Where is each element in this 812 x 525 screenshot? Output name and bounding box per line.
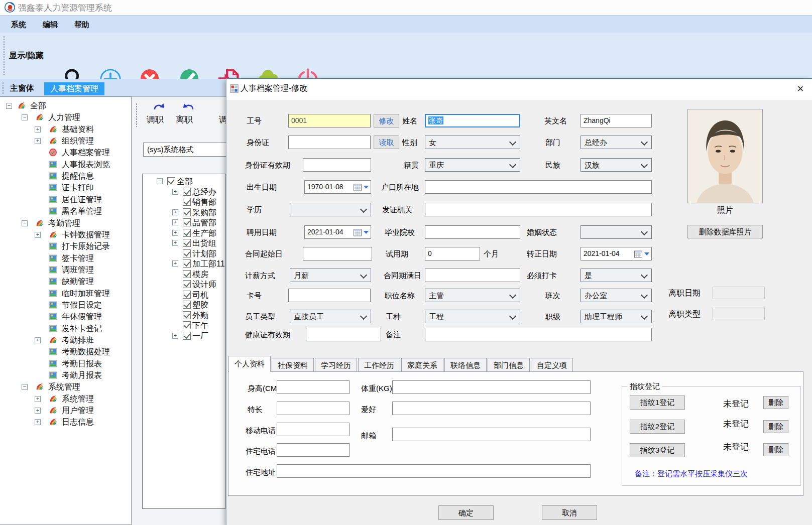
tree-expander[interactable]: + <box>35 419 41 425</box>
detail-tab-5[interactable]: 联络信息 <box>444 358 487 372</box>
nav-item[interactable]: 节假日设定 <box>0 300 131 311</box>
toolbar-grip[interactable] <box>3 36 5 76</box>
home-phone-input[interactable] <box>277 443 350 457</box>
tree-expander[interactable]: + <box>172 189 178 195</box>
fingerprint-2-register-button[interactable]: 指纹2登记 <box>630 420 685 434</box>
checkbox[interactable] <box>183 270 191 278</box>
dept-tree-item[interactable]: 下午 <box>143 321 225 331</box>
nav-item[interactable]: +基础资料 <box>0 124 131 136</box>
checkbox[interactable] <box>183 208 191 216</box>
mdi-tab-0[interactable]: 主窗体 <box>10 79 34 97</box>
height-input[interactable] <box>277 380 350 394</box>
nav-item[interactable]: 人事报表浏览 <box>0 159 131 171</box>
marriage-select[interactable] <box>581 225 652 239</box>
home-addr-input[interactable] <box>277 464 591 478</box>
dept-toolbar-grip[interactable] <box>136 103 138 127</box>
en-name-input[interactable]: ZhangQi <box>581 114 652 127</box>
dept-tree-item[interactable]: +采购部 <box>143 208 225 218</box>
clipped-action-button[interactable]: 调 <box>219 114 226 125</box>
dept-tree-item[interactable]: 销售部 <box>143 197 225 207</box>
tabrow-grip[interactable] <box>2 82 4 95</box>
dept-tree-item[interactable]: +品管部 <box>143 218 225 228</box>
nav-item[interactable]: −全部 <box>0 100 131 112</box>
tree-expander[interactable]: − <box>22 384 28 390</box>
tree-expander[interactable]: − <box>157 178 163 184</box>
must-punch-select[interactable]: 是 <box>581 269 652 282</box>
tree-expander[interactable]: + <box>35 126 41 133</box>
checkbox[interactable] <box>183 321 191 329</box>
checkbox[interactable] <box>167 177 175 185</box>
regular-date-picker[interactable]: 2021-01-04 <box>581 247 652 260</box>
nav-item[interactable]: +系统管理 <box>0 393 131 405</box>
dept-tree-item[interactable]: 司机 <box>143 290 225 300</box>
tree-expander[interactable]: − <box>22 220 28 226</box>
dept-tree-item[interactable]: 塑胶 <box>143 300 225 310</box>
remark-input[interactable] <box>425 328 652 341</box>
ok-button[interactable]: 确定 <box>438 505 494 520</box>
probation-input[interactable]: 0 <box>425 247 480 260</box>
household-input[interactable] <box>425 180 652 194</box>
fingerprint-3-register-button[interactable]: 指纹3登记 <box>630 443 685 457</box>
dept-tree-item[interactable]: 模房 <box>143 270 225 280</box>
detail-tab-3[interactable]: 工作经历 <box>358 358 400 372</box>
dept-tree-item[interactable]: 设计师 <box>143 280 225 290</box>
health-valid-input[interactable] <box>306 328 381 341</box>
cancel-button[interactable]: 取消 <box>542 505 597 520</box>
tree-expander[interactable]: + <box>172 209 178 215</box>
contract-start-input[interactable] <box>303 247 372 260</box>
tree-expander[interactable]: − <box>22 114 28 120</box>
checkbox[interactable] <box>183 229 191 237</box>
school-input[interactable] <box>425 225 520 239</box>
checkbox[interactable] <box>183 259 191 268</box>
email-input[interactable] <box>392 428 591 441</box>
detail-tab-2[interactable]: 学习经历 <box>315 358 357 372</box>
show-hide-toggle[interactable]: 显示/隐藏 <box>9 51 43 61</box>
nav-item[interactable]: 发补卡登记 <box>0 323 131 335</box>
menu-item-2[interactable]: 帮助 <box>74 16 89 33</box>
transfer-button[interactable]: 调职 <box>147 114 164 125</box>
checkbox[interactable] <box>183 188 191 196</box>
dept-tree-item[interactable]: 外勤 <box>143 311 225 321</box>
tree-expander[interactable]: + <box>172 240 178 246</box>
nav-item[interactable]: +日志信息 <box>0 417 131 428</box>
checkbox[interactable] <box>183 311 191 319</box>
tree-expander[interactable]: + <box>35 232 41 238</box>
dept-tree-item[interactable]: +加工部11 <box>143 259 225 269</box>
contract-end-input[interactable] <box>425 269 520 282</box>
fingerprint-3-delete-button[interactable]: 删除 <box>763 443 788 456</box>
nav-item[interactable]: 提醒信息 <box>0 171 131 182</box>
dept-select[interactable]: 总经办 <box>581 136 652 149</box>
issuer-input[interactable] <box>425 203 652 216</box>
nav-item[interactable]: +卡钟数据管理 <box>0 229 131 241</box>
specialty-input[interactable] <box>277 402 350 415</box>
checkbox[interactable] <box>183 249 191 257</box>
tree-expander[interactable]: + <box>172 230 178 236</box>
nav-item[interactable]: 打卡原始记录 <box>0 241 131 252</box>
card-no-input[interactable] <box>288 289 371 302</box>
rank-select[interactable]: 助理工程师 <box>581 310 652 323</box>
shift-select[interactable]: 办公室 <box>581 289 652 302</box>
nav-item[interactable]: 考勤月报表 <box>0 370 131 381</box>
checkbox[interactable] <box>183 280 191 288</box>
dept-tree-item[interactable]: +总经办 <box>143 187 225 197</box>
hire-date-picker[interactable]: 2021-01-04 <box>304 225 371 239</box>
nav-item[interactable]: 缺勤管理 <box>0 276 131 288</box>
hobby-input[interactable] <box>392 402 591 415</box>
tree-expander[interactable]: + <box>172 219 178 225</box>
detail-tab-4[interactable]: 家庭关系 <box>401 358 443 372</box>
fingerprint-2-delete-button[interactable]: 删除 <box>763 420 788 433</box>
dept-tree-item[interactable]: −全部 <box>143 177 225 187</box>
menu-item-1[interactable]: 编辑 <box>43 16 58 33</box>
nav-item[interactable]: 考勤数据处理 <box>0 346 131 358</box>
dept-tree-item[interactable]: +一厂 <box>143 331 225 341</box>
pay-type-select[interactable]: 月薪 <box>290 269 371 282</box>
nav-item[interactable]: 年休假管理 <box>0 311 131 323</box>
modify-button[interactable]: 修改 <box>374 114 399 127</box>
nav-item[interactable]: 调班管理 <box>0 265 131 276</box>
nav-item[interactable]: 考勤日报表 <box>0 358 131 370</box>
read-button[interactable]: 读取 <box>374 136 399 149</box>
id-valid-input[interactable] <box>303 158 371 172</box>
nav-item[interactable]: 黑名单管理 <box>0 206 131 217</box>
checkbox[interactable] <box>183 218 191 226</box>
checkbox[interactable] <box>183 291 191 299</box>
